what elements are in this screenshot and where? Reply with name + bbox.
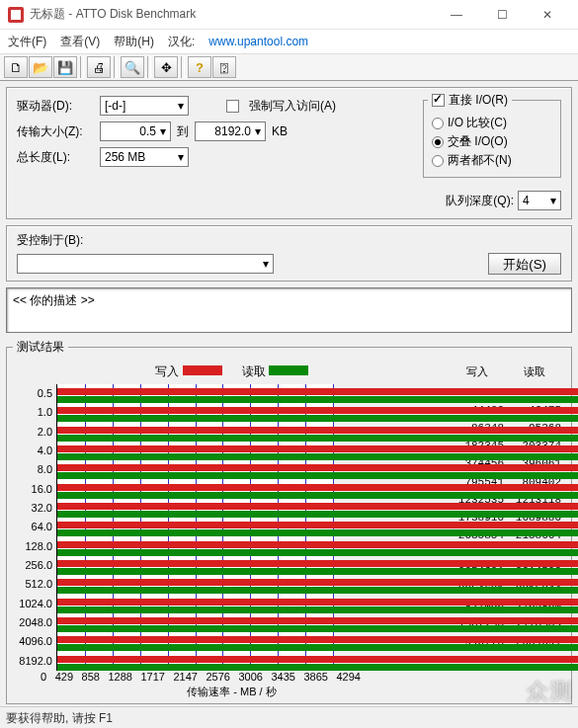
results-title: 测试结果 [13,339,68,356]
bar-chart [56,384,333,671]
xfer-to-select[interactable]: 8192.0▾ [195,121,266,141]
io-neither-radio[interactable] [432,155,444,167]
drive-select[interactable]: [-d-]▾ [100,96,189,116]
find-icon[interactable]: 🔍 [121,56,144,78]
separator [181,56,185,78]
xfer-from-select[interactable]: 0.5▾ [100,121,171,141]
menu-view[interactable]: 查看(V) [60,34,100,50]
separator [147,56,151,78]
whatsthis-icon[interactable]: ⍰ [212,56,236,78]
separator [80,56,84,78]
direct-io-checkbox[interactable] [432,94,445,107]
y-axis-labels: 0.51.02.04.08.016.032.064.0128.0256.0512… [13,384,56,671]
x-axis-title: 传输速率 - MB / 秒 [13,685,451,699]
status-bar: 要获得帮助, 请按 F1 [0,706,578,728]
legend-read-label: 读取 [242,364,266,378]
chevron-down-icon: ▾ [263,257,269,271]
start-button[interactable]: 开始(S) [488,253,561,275]
force-write-checkbox[interactable] [226,100,239,113]
close-button[interactable]: ✕ [525,0,570,30]
legend-write-swatch [183,365,222,375]
chevron-down-icon: ▾ [160,124,166,138]
io-overlap-radio[interactable] [432,136,444,148]
app-icon [8,7,24,23]
force-write-label: 强制写入访问(A) [249,98,336,115]
xfer-label: 传输大小(Z): [17,123,94,140]
locale-label: 汉化: [168,34,195,50]
watermark: 众测 [527,677,574,706]
help-icon[interactable]: ? [188,56,211,78]
length-label: 总长度(L): [17,149,94,166]
maximize-button[interactable]: ☐ [479,0,525,30]
queue-depth-select[interactable]: 4▾ [518,191,561,210]
window-title: 无标题 - ATTO Disk Benchmark [30,6,434,23]
separator [114,56,118,78]
minimize-button[interactable]: — [434,0,479,30]
menu-file[interactable]: 文件(F) [8,34,46,50]
description-textarea[interactable]: << 你的描述 >> [6,287,572,333]
io-compare-radio[interactable] [432,118,444,129]
new-icon[interactable]: 🗋 [4,56,28,78]
move-icon[interactable]: ✥ [154,56,178,78]
legend-read-swatch [269,365,308,375]
to-label: 到 [177,123,189,140]
drive-label: 驱动器(D): [17,98,94,115]
legend-write-label: 写入 [155,364,179,378]
chevron-down-icon: ▾ [255,124,261,138]
chevron-down-icon: ▾ [178,150,184,164]
controlled-select[interactable]: ▾ [17,254,274,274]
save-icon[interactable]: 💾 [53,56,77,78]
io-group: 直接 I/O(R) I/O 比较(C) 交叠 I/O(O) 两者都不(N) [423,92,561,178]
length-select[interactable]: 256 MB▾ [100,147,189,167]
open-icon[interactable]: 📂 [29,56,52,78]
queue-depth-label: 队列深度(Q): [446,193,514,209]
controlled-label: 受控制于(B): [17,232,83,249]
unit-label: KB [272,124,288,138]
locale-link[interactable]: www.upantool.com [208,35,308,48]
chevron-down-icon: ▾ [550,194,556,207]
menu-help[interactable]: 帮助(H) [114,34,154,50]
print-icon[interactable]: 🖨 [87,56,111,78]
chevron-down-icon: ▾ [178,99,184,113]
